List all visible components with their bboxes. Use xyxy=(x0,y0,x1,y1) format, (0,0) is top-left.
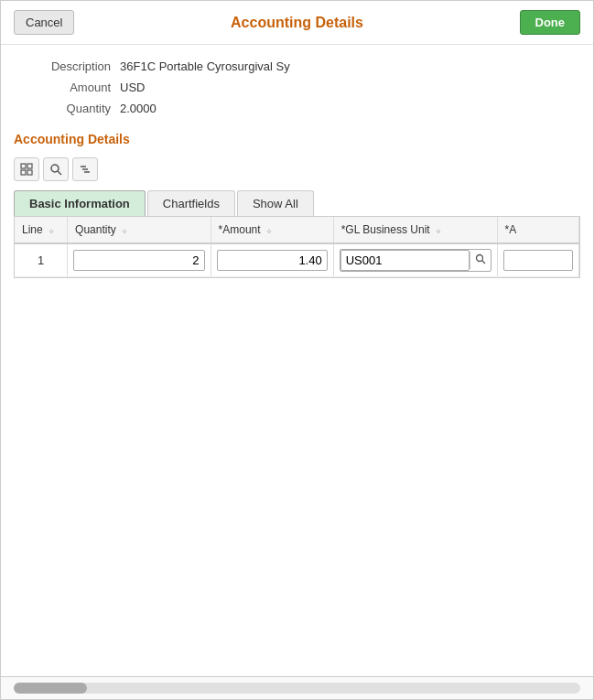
tab-show-all[interactable]: Show All xyxy=(237,190,314,216)
col-header-amount[interactable]: *Amount ⬦ xyxy=(211,217,333,243)
search-small-icon xyxy=(475,253,486,264)
spacer xyxy=(1,478,593,677)
search-icon xyxy=(49,163,62,176)
sort-icon xyxy=(79,163,92,176)
quantity-label: Quantity xyxy=(19,102,111,115)
col-header-account[interactable]: *A xyxy=(497,217,578,243)
grid-view-button[interactable] xyxy=(14,157,39,181)
sort-line-icon: ⬦ xyxy=(49,225,54,235)
grid-icon xyxy=(20,163,33,176)
description-value: 36F1C Portable Cyrosurgival Sy xyxy=(120,59,290,73)
account-input[interactable] xyxy=(503,250,573,271)
amount-label: Amount xyxy=(19,81,111,94)
sort-amount-icon: ⬦ xyxy=(266,225,272,235)
tab-basic-information[interactable]: Basic Information xyxy=(14,190,146,216)
cancel-button[interactable]: Cancel xyxy=(14,10,74,35)
table-row: 1 xyxy=(15,243,579,277)
svg-point-4 xyxy=(51,165,59,172)
section-title: Accounting Details xyxy=(14,132,580,146)
sort-glbu-icon: ⬦ xyxy=(436,225,441,235)
quantity-row: Quantity 2.0000 xyxy=(19,102,575,115)
sort-button[interactable] xyxy=(72,157,98,181)
col-header-gl-business-unit[interactable]: *GL Business Unit ⬦ xyxy=(333,217,497,243)
table-header-row: Line ⬦ Quantity ⬦ *Amount ⬦ *GL Busine xyxy=(15,217,579,243)
page-title: Accounting Details xyxy=(231,15,363,31)
accounting-table: Line ⬦ Quantity ⬦ *Amount ⬦ *GL Busine xyxy=(15,217,579,277)
svg-line-5 xyxy=(58,171,61,175)
gl-business-unit-input[interactable] xyxy=(340,250,470,271)
scrollbar-track[interactable] xyxy=(14,683,580,694)
info-section: Description 36F1C Portable Cyrosurgival … xyxy=(1,45,593,132)
footer-scrollbar xyxy=(1,676,593,699)
tab-chartfields[interactable]: Chartfields xyxy=(147,190,235,216)
modal-container: Cancel Accounting Details Done Descripti… xyxy=(0,0,594,700)
sort-quantity-icon: ⬦ xyxy=(122,225,127,235)
header: Cancel Accounting Details Done xyxy=(1,1,593,45)
toolbar xyxy=(14,154,580,185)
col-header-quantity[interactable]: Quantity ⬦ xyxy=(68,217,211,243)
gl-business-unit-search-button[interactable] xyxy=(470,252,491,269)
cell-line-number: 1 xyxy=(15,243,68,277)
gl-business-unit-field xyxy=(340,249,491,272)
tabs: Basic Information Chartfields Show All xyxy=(14,190,580,217)
svg-rect-1 xyxy=(27,164,32,168)
description-row: Description 36F1C Portable Cyrosurgival … xyxy=(19,59,575,73)
cell-gl-business-unit xyxy=(333,243,497,277)
svg-rect-3 xyxy=(27,170,32,175)
amount-input[interactable] xyxy=(217,250,328,271)
accounting-section: Accounting Details xyxy=(1,132,593,478)
done-button[interactable]: Done xyxy=(520,10,581,35)
scrollbar-thumb[interactable] xyxy=(14,683,87,694)
quantity-value: 2.0000 xyxy=(120,102,157,115)
quantity-input[interactable] xyxy=(73,250,204,271)
col-header-line[interactable]: Line ⬦ xyxy=(15,217,68,243)
amount-value: USD xyxy=(120,81,145,94)
table-container: Line ⬦ Quantity ⬦ *Amount ⬦ *GL Busine xyxy=(14,217,580,278)
svg-rect-2 xyxy=(21,170,26,175)
amount-row: Amount USD xyxy=(19,81,575,94)
cell-amount xyxy=(211,243,333,277)
description-label: Description xyxy=(19,59,111,73)
cell-account xyxy=(497,243,578,277)
search-button[interactable] xyxy=(43,157,69,181)
svg-point-9 xyxy=(476,255,482,262)
svg-rect-0 xyxy=(21,164,26,168)
cell-quantity xyxy=(68,243,211,277)
svg-line-10 xyxy=(481,261,485,264)
